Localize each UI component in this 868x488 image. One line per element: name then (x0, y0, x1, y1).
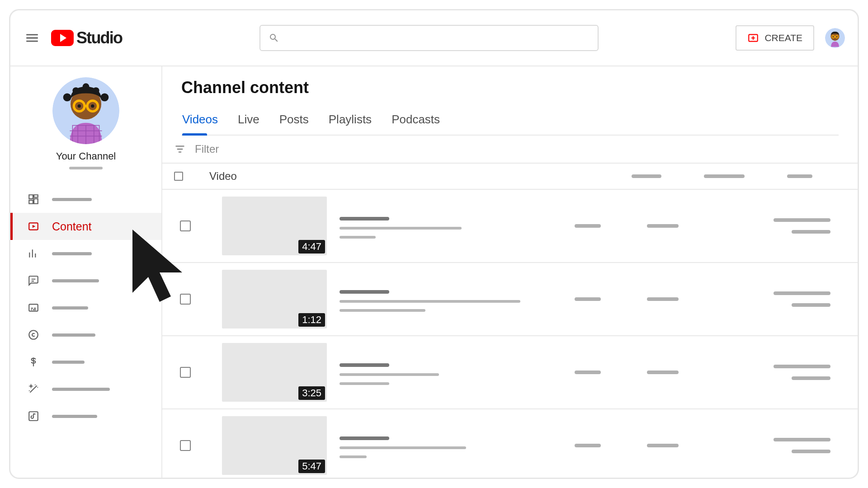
video-thumbnail[interactable]: 1:12 (222, 270, 327, 328)
cell-placeholder (575, 297, 601, 301)
duration-badge: 4:47 (298, 240, 325, 253)
sidebar-item-earn[interactable] (10, 348, 161, 375)
avatar-icon (52, 77, 119, 144)
logo-text: Studio (76, 28, 122, 47)
video-title-placeholder (340, 290, 389, 294)
column-placeholder (787, 174, 812, 178)
content-tabs: Videos Live Posts Playlists Podcasts (181, 107, 839, 136)
video-thumbnail[interactable]: 3:25 (222, 343, 327, 402)
column-placeholder (632, 174, 661, 178)
filter-bar[interactable]: Filter (162, 136, 858, 164)
cell-placeholder (647, 444, 679, 447)
account-avatar[interactable] (825, 28, 845, 48)
sidebar-item-copyright[interactable] (10, 321, 161, 348)
tab-playlists[interactable]: Playlists (329, 107, 372, 135)
channel-name: Your Channel (56, 150, 116, 162)
avatar-icon (825, 28, 845, 48)
nav-label-placeholder (52, 306, 88, 310)
video-title-placeholder (340, 363, 389, 367)
video-desc-placeholder (340, 300, 520, 303)
cell-placeholder (792, 376, 830, 380)
nav-label-placeholder (52, 252, 92, 255)
magic-wand-icon (28, 383, 39, 395)
content-icon (28, 221, 39, 232)
video-thumbnail[interactable]: 4:47 (222, 197, 327, 255)
cell-placeholder (647, 224, 679, 228)
tab-posts[interactable]: Posts (279, 107, 309, 135)
cell-placeholder (575, 444, 601, 447)
hamburger-icon (24, 30, 40, 46)
video-desc-placeholder (340, 382, 389, 385)
cell-placeholder (774, 218, 830, 222)
sidebar-item-comments[interactable] (10, 267, 161, 294)
svg-point-10 (72, 87, 79, 94)
menu-button[interactable] (23, 29, 41, 47)
cell-placeholder (792, 230, 830, 234)
youtube-icon (51, 30, 74, 46)
sidebar-item-customization[interactable] (10, 375, 161, 403)
search-box[interactable] (259, 25, 599, 51)
search-input[interactable] (286, 33, 590, 43)
sidebar-item-subtitles[interactable] (10, 294, 161, 321)
video-desc-placeholder (340, 309, 425, 312)
video-title-placeholder (340, 217, 389, 221)
video-row[interactable]: 4:47 (162, 190, 858, 263)
studio-logo[interactable]: Studio (51, 28, 122, 47)
row-checkbox[interactable] (180, 221, 191, 231)
channel-handle-placeholder (69, 167, 103, 169)
video-row[interactable]: 3:25 (162, 336, 858, 409)
row-checkbox[interactable] (180, 367, 191, 378)
channel-avatar[interactable] (52, 77, 119, 144)
analytics-icon (28, 248, 39, 259)
svg-point-9 (101, 94, 109, 102)
nav-label-placeholder (52, 198, 92, 201)
nav-label-placeholder (52, 333, 95, 337)
nav-label-placeholder (52, 279, 99, 282)
create-button[interactable]: CREATE (736, 25, 814, 51)
select-all-checkbox[interactable] (174, 172, 183, 181)
tab-live[interactable]: Live (238, 107, 259, 135)
svg-point-12 (83, 83, 90, 90)
sidebar-item-analytics[interactable] (10, 240, 161, 267)
svg-point-20 (29, 330, 38, 339)
tab-podcasts[interactable]: Podcasts (392, 107, 440, 135)
cell-placeholder (647, 297, 679, 301)
duration-badge: 1:12 (298, 313, 325, 327)
cell-placeholder (647, 371, 679, 374)
video-desc-placeholder (340, 227, 462, 230)
video-desc-placeholder (340, 236, 376, 239)
main-content: Channel content Videos Live Posts Playli… (162, 66, 858, 478)
video-list: 4:47 (162, 190, 858, 478)
comments-icon (28, 275, 39, 286)
cell-placeholder (774, 438, 830, 441)
row-checkbox[interactable] (180, 440, 191, 451)
sidebar-nav: Content (10, 186, 161, 430)
earn-icon (28, 356, 39, 368)
filter-icon (174, 143, 186, 155)
cell-placeholder (792, 450, 830, 453)
video-row[interactable]: 5:47 (162, 409, 858, 478)
app-window: Studio CREATE (9, 9, 859, 479)
sidebar-item-content[interactable]: Content (10, 213, 161, 240)
svg-point-16 (78, 104, 81, 108)
copyright-icon (28, 329, 39, 341)
row-checkbox[interactable] (180, 294, 191, 305)
sidebar: Your Channel Content (10, 66, 162, 478)
duration-badge: 5:47 (298, 460, 325, 473)
duration-badge: 3:25 (298, 386, 325, 400)
svg-point-11 (93, 87, 99, 94)
tab-videos[interactable]: Videos (182, 107, 218, 135)
create-label: CREATE (764, 33, 802, 43)
nav-label-placeholder (52, 361, 85, 364)
sidebar-item-dashboard[interactable] (10, 186, 161, 213)
column-placeholder (704, 174, 745, 178)
video-thumbnail[interactable]: 5:47 (222, 416, 327, 475)
filter-label: Filter (195, 143, 219, 155)
video-desc-placeholder (340, 455, 367, 458)
page-title: Channel content (181, 78, 839, 97)
svg-point-8 (63, 94, 71, 102)
cell-placeholder (792, 303, 830, 307)
video-row[interactable]: 1:12 (162, 263, 858, 336)
video-desc-placeholder (340, 446, 466, 449)
sidebar-item-audio[interactable] (10, 403, 161, 430)
